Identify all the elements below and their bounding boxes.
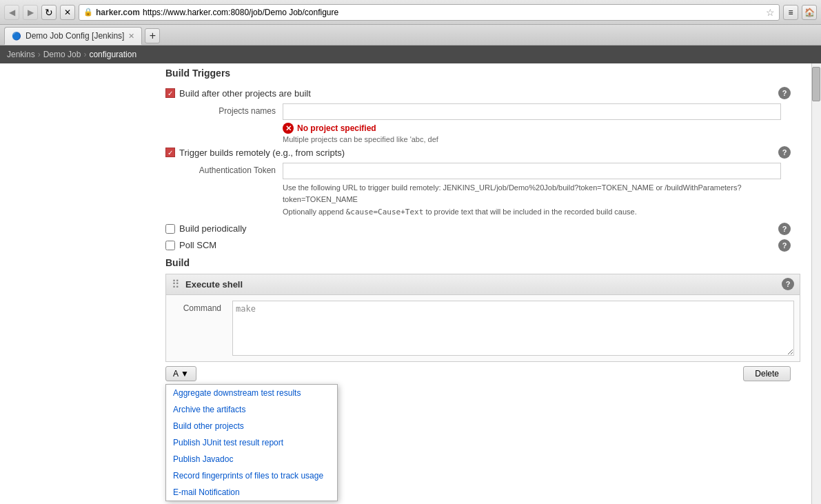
dropdown-item-0[interactable]: Aggregate downstream test results: [166, 385, 337, 401]
command-label: Command: [172, 301, 227, 313]
poll-scm-row: Poll SCM ?: [165, 239, 800, 252]
execute-shell-box: ⠿ Execute shell ? Command make: [165, 274, 800, 362]
site-favicon: 🔒: [83, 8, 93, 17]
content-area: Build Triggers ✓ Build after other proje…: [0, 63, 821, 504]
build-periodically-help[interactable]: ?: [778, 223, 791, 235]
auth-token-row: Authentication Token Use the following U…: [165, 163, 800, 219]
breadcrumb-sep-2: ›: [83, 50, 86, 59]
trigger-remotely-label: Trigger builds remotely (e.g., from scri…: [179, 148, 345, 158]
execute-shell-help[interactable]: ?: [782, 278, 794, 290]
tab-bar: 🔵 Demo Job Config [Jenkins] ✕ +: [0, 25, 821, 46]
dropdown-item-6[interactable]: E-mail Notification: [166, 484, 337, 501]
add-step-dropdown-wrapper: A ▼ Aggregate downstream test results Ar…: [165, 366, 800, 381]
build-periodically-label: Build periodically: [179, 223, 247, 234]
home-button[interactable]: 🏠: [802, 5, 817, 20]
build-periodically-checkbox[interactable]: [165, 224, 175, 234]
execute-shell-body: Command make: [166, 295, 800, 361]
browser-tab-active[interactable]: 🔵 Demo Job Config [Jenkins] ✕: [4, 27, 142, 45]
dropdown-item-5[interactable]: Record fingerprints of files to track us…: [166, 467, 337, 484]
command-row: Command make: [172, 301, 794, 356]
multiple-projects-hint: Multiple projects can be specified like …: [283, 135, 781, 143]
trigger-remotely-checkbox[interactable]: ✓: [165, 148, 175, 157]
projects-names-control: ✕ No project specified Multiple projects…: [283, 103, 800, 143]
breadcrumb-current: configuration: [89, 50, 136, 59]
build-after-help[interactable]: ?: [778, 87, 791, 99]
tab-close-icon[interactable]: ✕: [128, 32, 134, 41]
dropdown-item-3[interactable]: Publish JUnit test result report: [166, 434, 337, 451]
remote-url-text: Use the following URL to trigger build r…: [283, 182, 781, 205]
add-build-step-button[interactable]: A ▼: [165, 366, 196, 381]
add-step-label: A: [173, 369, 179, 379]
poll-scm-help[interactable]: ?: [778, 239, 791, 252]
browser-toolbar: ◀ ▶ ↻ ✕ 🔒 harker.com ☆ ≡ 🏠: [0, 0, 821, 25]
error-text: No project specified: [297, 123, 376, 133]
execute-shell-header: ⠿ Execute shell ?: [166, 274, 800, 295]
build-section-header: Build: [165, 257, 800, 268]
trigger-remotely-row: ✓ Trigger builds remotely (e.g., from sc…: [165, 146, 800, 159]
auth-token-control: Use the following URL to trigger build r…: [283, 163, 800, 219]
delete-button[interactable]: Delete: [743, 366, 791, 381]
poll-scm-checkbox[interactable]: [165, 241, 175, 250]
tab-favicon: 🔵: [12, 32, 21, 41]
add-step-arrow: ▼: [181, 369, 189, 379]
reload-button[interactable]: ↻: [41, 5, 57, 20]
scrollbar-thumb[interactable]: [812, 67, 820, 101]
url-input[interactable]: [143, 8, 763, 17]
build-after-row: ✓ Build after other projects are built ?: [165, 87, 800, 99]
dropdown-item-2[interactable]: Build other projects: [166, 418, 337, 434]
execute-shell-title: Execute shell: [185, 279, 243, 290]
forward-button[interactable]: ▶: [23, 5, 38, 20]
new-tab-button[interactable]: +: [145, 28, 160, 43]
site-name: harker.com: [96, 8, 140, 17]
remote-url-hint: Optionally append &cause=Cause+Text to p…: [283, 206, 781, 219]
trigger-remotely-help[interactable]: ?: [778, 146, 791, 159]
build-after-label: Build after other projects are built: [179, 88, 311, 99]
breadcrumb-sep-1: ›: [38, 50, 41, 59]
build-after-checkbox[interactable]: ✓: [165, 88, 175, 98]
build-periodically-row: Build periodically ?: [165, 223, 800, 235]
bookmark-star[interactable]: ☆: [766, 7, 775, 18]
dropdown-item-4[interactable]: Publish Javadoc: [166, 451, 337, 467]
projects-names-input[interactable]: [283, 103, 781, 120]
projects-names-row: Projects names ✕ No project specified Mu…: [165, 103, 800, 143]
stop-button[interactable]: ✕: [60, 5, 75, 20]
build-triggers-section: Build Triggers ✓ Build after other proje…: [165, 68, 800, 252]
top-scroll-placeholder: [811, 63, 821, 504]
dropdown-item-1[interactable]: Archive the artifacts: [166, 401, 337, 418]
projects-names-label: Projects names: [179, 103, 283, 116]
browser-address-bar: 🔒 harker.com ☆: [79, 4, 780, 21]
breadcrumb-jenkins[interactable]: Jenkins: [7, 50, 35, 59]
no-project-error: ✕ No project specified: [283, 123, 781, 134]
main-wrapper: Build Triggers ✓ Build after other proje…: [0, 63, 821, 504]
error-icon: ✕: [283, 123, 294, 134]
auth-token-label: Authentication Token: [179, 163, 283, 175]
tab-title: Demo Job Config [Jenkins]: [26, 31, 124, 41]
back-button[interactable]: ◀: [4, 5, 19, 20]
breadcrumb-demojob[interactable]: Demo Job: [43, 50, 81, 59]
build-triggers-header: Build Triggers: [165, 68, 800, 81]
breadcrumb: Jenkins › Demo Job › configuration: [0, 46, 821, 63]
command-textarea[interactable]: make: [232, 301, 794, 356]
auth-token-input[interactable]: [283, 163, 781, 179]
add-step-dropdown-menu: Aggregate downstream test results Archiv…: [165, 384, 338, 501]
poll-scm-label: Poll SCM: [179, 240, 216, 250]
build-section: Build ⠿ Execute shell ? Command make: [165, 257, 800, 381]
browser-menu-button[interactable]: ≡: [783, 5, 798, 20]
drag-handle-icon: ⠿: [172, 278, 180, 291]
